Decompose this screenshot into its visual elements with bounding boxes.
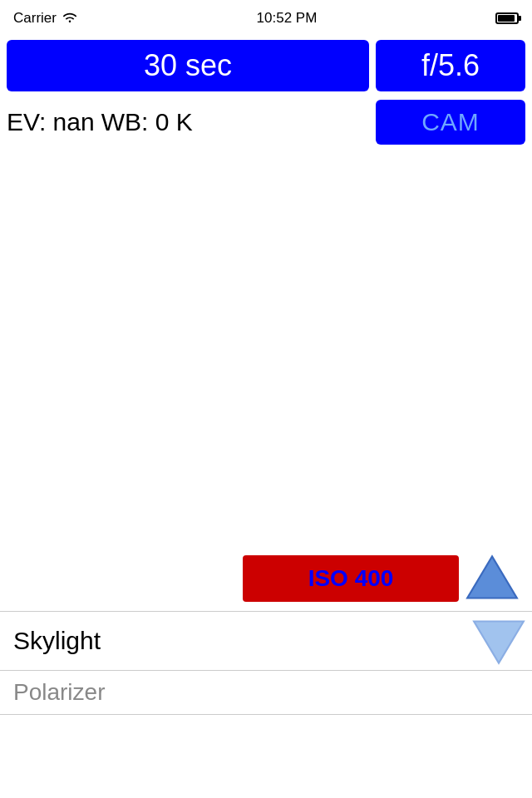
- carrier-label: Carrier: [13, 10, 57, 27]
- status-right: [495, 12, 519, 24]
- filter-row: Skylight: [0, 611, 532, 671]
- aperture-button[interactable]: f/5.6: [376, 40, 525, 91]
- info-row: EV: nan WB: 0 K CAM: [0, 95, 532, 150]
- wifi-icon: [62, 10, 78, 27]
- filter-label: Skylight: [0, 615, 466, 667]
- arrow-down-button[interactable]: [466, 612, 532, 670]
- shutter-button[interactable]: 30 sec: [7, 40, 369, 91]
- top-controls: 30 sec f/5.6: [0, 37, 532, 95]
- svg-marker-1: [474, 622, 524, 663]
- arrow-up-button[interactable]: [459, 549, 525, 608]
- ev-label: EV: nan: [7, 108, 95, 136]
- wb-label: WB: 0 K: [101, 108, 369, 136]
- filter-label-2: Polarizer: [0, 671, 532, 714]
- iso-button[interactable]: ISO 400: [243, 555, 459, 602]
- status-left: Carrier: [13, 10, 78, 27]
- iso-row: ISO 400: [0, 549, 532, 608]
- battery-icon: [495, 12, 519, 24]
- main-area: [0, 150, 532, 532]
- battery-fill: [498, 15, 515, 22]
- bottom-section: ISO 400 Skylight Polarizer: [0, 549, 532, 715]
- filter-row-2: Polarizer: [0, 671, 532, 715]
- status-bar: Carrier 10:52 PM: [0, 0, 532, 37]
- status-time: 10:52 PM: [257, 10, 318, 27]
- cam-button[interactable]: CAM: [376, 100, 525, 145]
- svg-marker-0: [467, 556, 517, 598]
